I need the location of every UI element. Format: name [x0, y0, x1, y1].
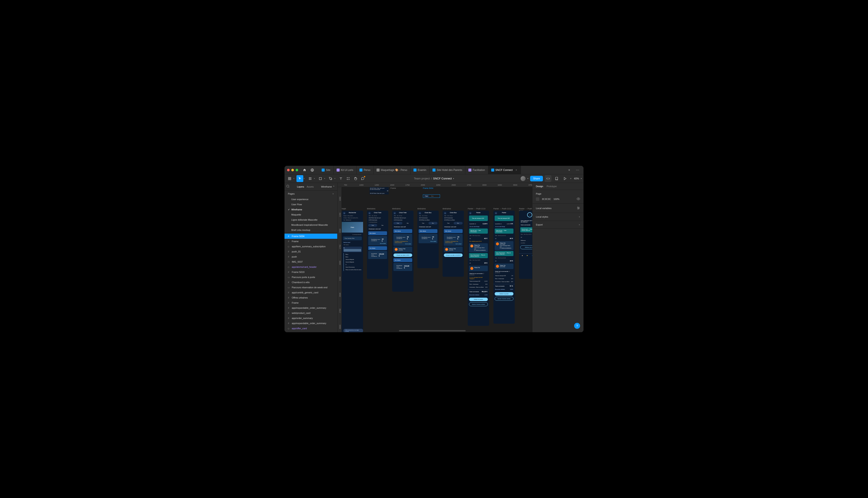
- layer-item[interactable]: ▭Parcours porte à porte: [284, 275, 337, 280]
- zoom-chevron-icon[interactable]: ▾: [581, 177, 582, 180]
- present-button[interactable]: [562, 175, 569, 182]
- local-styles[interactable]: Local styles: [536, 215, 548, 218]
- layer-item[interactable]: #Chambord à vélo: [284, 280, 337, 285]
- frame-label[interactable]: Itinéraires: [367, 208, 375, 210]
- main-menu[interactable]: [286, 175, 293, 182]
- layer-item[interactable]: ▭Parcours réservation de week end: [284, 285, 337, 290]
- maximize-window[interactable]: [296, 169, 298, 171]
- resources-tool[interactable]: [345, 175, 352, 182]
- layer-item[interactable]: ▢IMG_9337: [284, 259, 337, 264]
- page-item[interactable]: Brief créa mockup: [284, 227, 337, 233]
- zoom-level[interactable]: 40%: [574, 177, 579, 180]
- layer-item[interactable]: #Offres urbaines: [284, 295, 337, 300]
- shape-tool[interactable]: [317, 175, 324, 182]
- library-icon[interactable]: [553, 175, 560, 182]
- file-tab[interactable]: Site Hotel des Parents: [430, 166, 465, 174]
- frame-tool[interactable]: [307, 175, 314, 182]
- prototype-tab[interactable]: Prototype: [547, 185, 557, 187]
- assets-tab[interactable]: Assets: [307, 185, 314, 188]
- file-tab[interactable]: Examin: [410, 166, 430, 174]
- mock-choix-train-1[interactable]: ‹Choix Train Aller : Jeu. 25 avr. 18:19 …: [367, 211, 388, 279]
- frame-label[interactable]: Panier → Push CCO: [493, 208, 511, 210]
- layer-item[interactable]: #app/expandable_order_summary: [284, 321, 337, 326]
- selected-frame-label[interactable]: Frame 5034: [423, 187, 433, 189]
- layer-item[interactable]: #app/order_summary: [284, 316, 337, 321]
- move-chevron-icon[interactable]: ▾: [304, 175, 306, 182]
- present-chevron-icon[interactable]: ▾: [570, 177, 571, 180]
- horizontal-scrollbar[interactable]: [399, 330, 465, 331]
- page-item[interactable]: Maquette: [284, 212, 337, 217]
- page-item[interactable]: ✓Wireframe: [284, 207, 337, 212]
- new-tab-button[interactable]: +: [566, 168, 572, 172]
- share-button[interactable]: Share: [530, 176, 543, 181]
- file-title[interactable]: Team project / SNCF Connect ▾: [414, 177, 454, 180]
- mock-choix-bus-1[interactable]: ‹Choix Bus Aller : Jeu. 25 avr. 22:07 An…: [417, 211, 439, 268]
- mock-recherche[interactable]: ‹Recherche Départ : Ma position Arrivée …: [342, 211, 363, 332]
- layer-item[interactable]: #Frame 5034: [284, 234, 337, 239]
- settings-icon[interactable]: [577, 206, 580, 210]
- frame-label[interactable]: Itinéraires: [417, 208, 426, 210]
- file-tab[interactable]: Facilitation: [465, 166, 488, 174]
- close-tab-icon[interactable]: ×: [515, 169, 518, 172]
- layer-item[interactable]: #Frame 5019: [284, 270, 337, 275]
- overflow-menu[interactable]: ⋯: [574, 168, 581, 172]
- layer-item[interactable]: #app/contrib_generic_card: [284, 290, 337, 295]
- canvas-viewport[interactable]: 18:19 Paris Gare de Lyon 21:55 Annemasse…: [342, 187, 532, 332]
- bg-color-value[interactable]: 3C3C3C: [542, 198, 551, 200]
- layer-item[interactable]: #push: [284, 254, 337, 259]
- main-menu-chevron-icon[interactable]: ▾: [293, 175, 296, 182]
- layers-tab[interactable]: Layers: [297, 185, 304, 188]
- pen-tool[interactable]: [327, 175, 334, 182]
- design-tab[interactable]: Design: [536, 185, 543, 187]
- local-variables[interactable]: Local variables: [536, 207, 551, 210]
- selected-frame[interactable]: Train Bus: [423, 194, 440, 198]
- add-export-button[interactable]: +: [579, 223, 580, 226]
- frame-label[interactable]: trajet: [342, 208, 346, 210]
- text-tool[interactable]: [337, 175, 344, 182]
- frame-label[interactable]: Frame: [391, 187, 396, 189]
- mock-confirm[interactable]: ✓ Votre paiement de 57€ a bien été effec…: [519, 211, 532, 279]
- dev-mode-toggle[interactable]: [545, 175, 551, 182]
- mock-choix-train-2[interactable]: ‹Choix Train Aller : Jeu. 25 avr. 18:19 …: [392, 211, 413, 292]
- frame-label[interactable]: Itinéraires: [392, 208, 401, 210]
- file-tab[interactable]: Perso: [356, 166, 373, 174]
- file-tab[interactable]: Site: [319, 166, 334, 174]
- frame-label[interactable]: Panier → Push CCO: [468, 208, 485, 210]
- add-page-button[interactable]: +: [333, 193, 334, 195]
- hand-tool[interactable]: [352, 175, 359, 182]
- help-button[interactable]: ?: [574, 323, 580, 329]
- page-item[interactable]: User Flow: [284, 202, 337, 207]
- layer-item[interactable]: #app/expandable_order_summary: [284, 305, 337, 311]
- page-item[interactable]: Moodboard inspirationnel Mascotte: [284, 222, 337, 227]
- layer-item[interactable]: #push_01: [284, 249, 337, 254]
- page-dropdown[interactable]: Wireframe ⌃: [321, 185, 335, 188]
- mock-choix-bus-2[interactable]: ‹Choix Bus Aller : Jeu. 25 avr. 22:07 An…: [443, 211, 464, 277]
- home-icon[interactable]: [302, 167, 308, 173]
- avatar-chevron-icon[interactable]: ▾: [527, 177, 528, 180]
- close-window[interactable]: [287, 169, 290, 171]
- minimize-window[interactable]: [291, 169, 294, 171]
- comment-tool[interactable]: [359, 175, 366, 182]
- shape-chevron-icon[interactable]: ▾: [324, 175, 327, 182]
- mock-panier-1[interactable]: ‹Panier Titre de transport IDF Quantité …: [468, 211, 489, 326]
- file-tab[interactable]: SNCF Connect×: [488, 166, 521, 174]
- layer-item[interactable]: ◇app/item_summary_subscription: [284, 244, 337, 249]
- file-tab[interactable]: Maquettage 🎨 - Perso: [373, 166, 410, 174]
- mock-panier-2[interactable]: ‹Panier Titre de transport IDF Quantité …: [493, 211, 515, 324]
- layer-item[interactable]: ◇app/offer_card: [284, 331, 337, 332]
- layer-item[interactable]: #Frame: [284, 239, 337, 244]
- move-tool[interactable]: [296, 175, 303, 182]
- community-icon[interactable]: [309, 167, 315, 173]
- layer-item[interactable]: #Frame: [284, 300, 337, 305]
- add-style-button[interactable]: +: [579, 215, 580, 218]
- export-section[interactable]: Export: [536, 223, 543, 226]
- layer-item[interactable]: #web/product_card: [284, 311, 337, 316]
- layer-item[interactable]: ◇app/atoms/card_header: [284, 264, 337, 270]
- frame-chevron-icon[interactable]: ▾: [314, 175, 317, 182]
- page-item[interactable]: User experience: [284, 197, 337, 202]
- bg-color-swatch[interactable]: [536, 197, 539, 201]
- bg-opacity[interactable]: 100%: [553, 198, 559, 200]
- chevron-down-icon[interactable]: ▾: [453, 177, 454, 180]
- frame-label[interactable]: Itinéraires: [443, 208, 451, 210]
- pen-chevron-icon[interactable]: ▾: [334, 175, 337, 182]
